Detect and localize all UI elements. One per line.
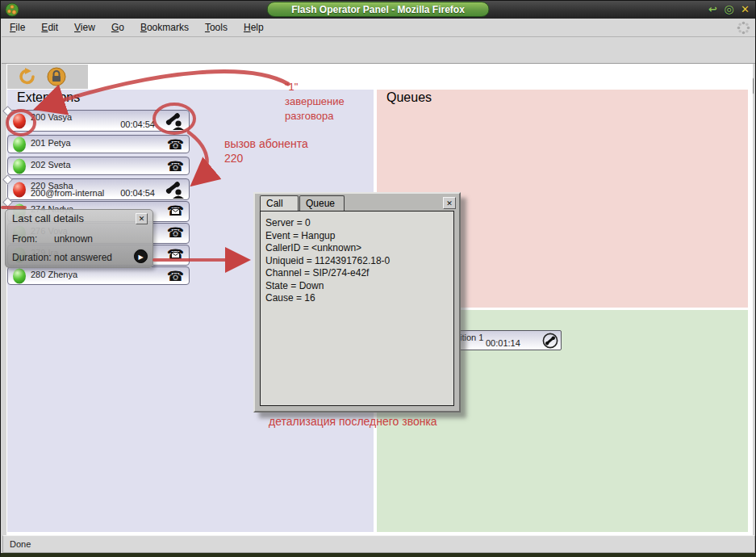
menu-tools[interactable]: Tools	[197, 19, 236, 36]
call-timer: 00:04:54	[120, 119, 155, 129]
minimize-button[interactable]: ↩	[706, 2, 720, 16]
titlebar[interactable]: Flash Operator Panel - Mozilla Firefox ↩…	[1, 1, 755, 19]
status-led-idle	[13, 136, 26, 152]
menu-bookmarks[interactable]: Bookmarks	[132, 19, 197, 36]
duration-value: not answered	[54, 252, 112, 263]
extension-label: 200 Vasya	[31, 112, 72, 122]
dialog-line-cause: Cause = 16	[265, 292, 449, 305]
from-label: From:	[12, 233, 37, 245]
throbber-icon	[737, 21, 750, 35]
status-led-idle	[13, 158, 26, 174]
connected-channel-label: 200@from-internal	[31, 188, 104, 198]
queues-heading: Queues	[386, 90, 432, 105]
dialog-line-server: Server = 0	[265, 217, 449, 230]
dialog-body: Server = 0 Event = Hangup CallerID = <un…	[260, 211, 454, 406]
close-button[interactable]: ✕	[738, 2, 752, 16]
maximize-button[interactable]: ◎	[722, 2, 736, 16]
tab-queue[interactable]: Queue	[299, 195, 345, 211]
dialog-line-event: Event = Hangup	[265, 230, 449, 243]
window-controls: ↩ ◎ ✕	[706, 2, 752, 16]
phone-icon: ☎	[167, 157, 184, 176]
extension-row-280[interactable]: 280 Zhenya ☎	[7, 266, 190, 285]
dialog-line-uniqueid: Uniqueid = 1124391762.18-0	[265, 255, 449, 268]
fop-button-strip	[7, 65, 88, 89]
popup-more-button[interactable]: ▶	[134, 249, 148, 263]
dialog-line-channel: Channel = SIP/274-e42f	[265, 267, 449, 280]
browser-window: Flash Operator Panel - Mozilla Firefox ↩…	[0, 0, 756, 557]
extensions-heading: Extensions	[17, 90, 80, 105]
extension-label: 201 Petya	[31, 138, 71, 148]
menu-go[interactable]: Go	[103, 19, 132, 36]
window-menu-icon[interactable]	[5, 2, 19, 17]
extension-row-202[interactable]: 202 Sveta ☎	[7, 157, 190, 175]
status-text: Done	[10, 539, 31, 549]
menu-help[interactable]: Help	[236, 19, 272, 36]
dialog-close-icon[interactable]: ✕	[443, 197, 456, 209]
phone-in-use-icon	[165, 113, 186, 130]
popup-title: Last call details	[12, 212, 84, 224]
last-call-popup: Last call details ✕ From: unknown Durati…	[5, 209, 153, 268]
phone-in-use-icon	[165, 182, 186, 199]
status-led-busy	[13, 113, 26, 128]
handset-circle-icon	[542, 333, 558, 349]
status-led-idle	[13, 268, 26, 283]
fop-lock-button[interactable]	[47, 67, 66, 86]
statusbar: Done	[2, 535, 755, 553]
duration-label: Duration:	[12, 252, 52, 263]
extension-label: 202 Sveta	[31, 160, 71, 170]
menu-view[interactable]: View	[66, 19, 103, 36]
menubar: File Edit View Go Bookmarks Tools Help	[2, 19, 756, 37]
nav-toolbar: ▼ ▼ ↻ ✕ http://ast-test/panel/ ▼ ▶ Go G …	[2, 37, 756, 64]
call-details-dialog: Call Queue ✕ Server = 0 Event = Hangup C…	[253, 192, 461, 413]
extension-label: 280 Zhenya	[31, 270, 77, 279]
extension-row-201[interactable]: 201 Petya ☎	[7, 135, 190, 153]
menu-file[interactable]: File	[2, 19, 33, 36]
window-title: Flash Operator Panel - Mozilla Firefox	[266, 2, 490, 17]
popup-from-row: From: unknown	[12, 233, 37, 245]
voicemail-envelope-icon	[171, 252, 180, 258]
extension-row-220[interactable]: 220 Sasha 200@from-internal 00:04:54	[7, 178, 190, 200]
popup-close-icon[interactable]: ✕	[136, 213, 148, 224]
queue-timer: 00:01:14	[486, 338, 520, 348]
fop-refresh-button[interactable]	[18, 67, 37, 86]
dialog-line-callerid: CallerID = <unknown>	[265, 242, 449, 255]
extension-row-200[interactable]: 200 Vasya 00:04:54	[7, 110, 190, 132]
popup-duration-row: Duration: not answered	[12, 252, 52, 263]
call-timer: 00:04:54	[120, 188, 155, 198]
phone-icon: ☎	[167, 136, 184, 154]
status-led-busy	[13, 182, 26, 197]
voicemail-envelope-icon	[171, 208, 180, 215]
phone-icon: ☎	[167, 267, 184, 286]
phone-icon: ☎	[167, 224, 184, 242]
from-value: unknown	[54, 233, 93, 245]
menu-edit[interactable]: Edit	[33, 19, 66, 36]
dialog-line-state: State = Down	[265, 280, 449, 293]
tab-call[interactable]: Call	[260, 195, 299, 211]
